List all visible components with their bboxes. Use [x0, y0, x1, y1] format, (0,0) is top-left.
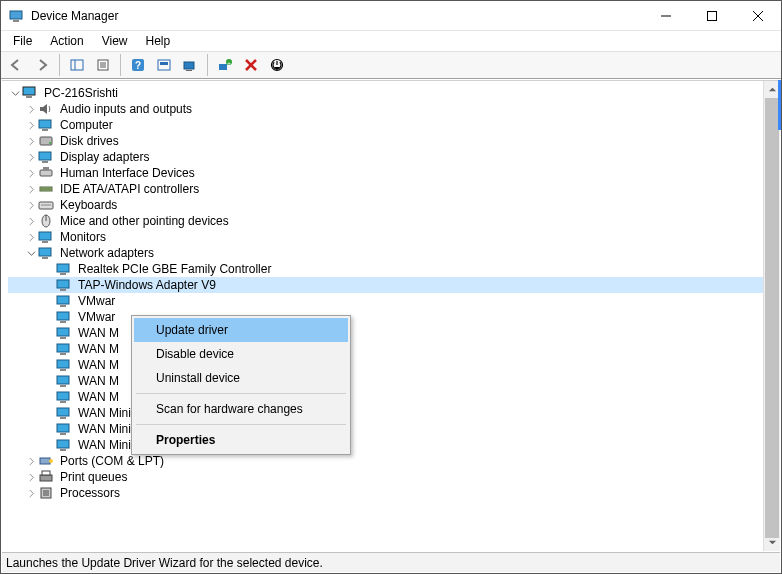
- close-button[interactable]: [735, 1, 781, 31]
- scroll-thumb[interactable]: [765, 98, 779, 538]
- svg-rect-73: [43, 490, 49, 496]
- svg-rect-25: [26, 96, 32, 98]
- context-properties[interactable]: Properties: [134, 428, 348, 452]
- tree-category-label: Mice and other pointing devices: [58, 214, 229, 228]
- menu-view[interactable]: View: [94, 32, 136, 50]
- context-item-label: Disable device: [156, 347, 234, 361]
- forward-button[interactable]: [31, 54, 53, 76]
- back-button[interactable]: [5, 54, 27, 76]
- tree-device[interactable]: WAN Miniport (PPTP): [8, 421, 780, 437]
- svg-rect-56: [57, 360, 69, 368]
- chevron-right-icon[interactable]: [24, 169, 38, 178]
- tree-category[interactable]: Monitors: [8, 229, 780, 245]
- tree-category[interactable]: Keyboards: [8, 197, 780, 213]
- svg-rect-71: [42, 471, 50, 475]
- chevron-right-icon[interactable]: [24, 201, 38, 210]
- svg-rect-64: [57, 424, 69, 432]
- chevron-right-icon[interactable]: [24, 185, 38, 194]
- svg-rect-32: [40, 170, 52, 176]
- network-adapter-icon: [56, 357, 72, 373]
- svg-rect-18: [219, 64, 227, 70]
- menu-help[interactable]: Help: [138, 32, 179, 50]
- tree-category-label: IDE ATA/ATAPI controllers: [58, 182, 199, 196]
- chevron-right-icon[interactable]: [24, 217, 38, 226]
- toolbar: ? +: [1, 51, 781, 79]
- context-scan-hardware[interactable]: Scan for hardware changes: [134, 397, 348, 421]
- tree-category[interactable]: Mice and other pointing devices: [8, 213, 780, 229]
- scroll-down-icon[interactable]: [764, 534, 780, 551]
- show-hide-tree-button[interactable]: [66, 54, 88, 76]
- add-legacy-button[interactable]: +: [214, 54, 236, 76]
- svg-rect-6: [71, 60, 83, 70]
- tree-device[interactable]: Realtek PCIe GBE Family Controller: [8, 261, 780, 277]
- menu-file[interactable]: File: [5, 32, 40, 50]
- tree-category[interactable]: IDE ATA/ATAPI controllers: [8, 181, 780, 197]
- chevron-right-icon[interactable]: [24, 121, 38, 130]
- tree-device[interactable]: WAN Miniport (SSTP): [8, 437, 780, 453]
- keyboard-icon: [38, 197, 54, 213]
- context-disable-device[interactable]: Disable device: [134, 342, 348, 366]
- svg-rect-41: [42, 241, 48, 243]
- window-title: Device Manager: [31, 9, 118, 23]
- minimize-button[interactable]: [643, 1, 689, 31]
- device-tree[interactable]: PC-216Srishti Audio inputs and outputsCo…: [2, 81, 780, 551]
- svg-rect-15: [160, 62, 168, 65]
- scan-hardware-button[interactable]: [179, 54, 201, 76]
- tree-category-label: Display adapters: [58, 150, 149, 164]
- svg-rect-54: [57, 344, 69, 352]
- chevron-right-icon[interactable]: [24, 105, 38, 114]
- chevron-right-icon[interactable]: [24, 457, 38, 466]
- chevron-down-icon[interactable]: [8, 89, 22, 98]
- properties-button[interactable]: [92, 54, 114, 76]
- maximize-button[interactable]: [689, 1, 735, 31]
- tree-category-label: Print queues: [58, 470, 127, 484]
- help-button[interactable]: ?: [127, 54, 149, 76]
- context-update-driver[interactable]: Update driver: [134, 318, 348, 342]
- tree-device[interactable]: WAN M: [8, 341, 780, 357]
- svg-rect-45: [60, 273, 66, 275]
- svg-rect-49: [60, 305, 66, 307]
- context-item-label: Scan for hardware changes: [156, 402, 303, 416]
- chevron-right-icon[interactable]: [24, 153, 38, 162]
- update-driver-button[interactable]: [153, 54, 175, 76]
- chevron-down-icon[interactable]: [24, 249, 38, 258]
- chevron-right-icon[interactable]: [24, 489, 38, 498]
- network-adapter-icon: [56, 261, 72, 277]
- tree-category[interactable]: Display adapters: [8, 149, 780, 165]
- tree-device[interactable]: WAN Miniport (PPPOE): [8, 405, 780, 421]
- tree-device[interactable]: WAN M: [8, 325, 780, 341]
- tree-root[interactable]: PC-216Srishti: [8, 85, 780, 101]
- tree-category[interactable]: Print queues: [8, 469, 780, 485]
- tree-category[interactable]: Audio inputs and outputs: [8, 101, 780, 117]
- network-adapter-icon: [56, 373, 72, 389]
- tree-category[interactable]: Computer: [8, 117, 780, 133]
- context-uninstall-device[interactable]: Uninstall device: [134, 366, 348, 390]
- tree-device[interactable]: VMwar: [8, 309, 780, 325]
- vertical-scrollbar[interactable]: [763, 81, 780, 551]
- monitor-icon: [38, 149, 54, 165]
- tree-category-label: Audio inputs and outputs: [58, 102, 192, 116]
- uninstall-button[interactable]: [240, 54, 262, 76]
- tree-device[interactable]: WAN M: [8, 389, 780, 405]
- tree-device[interactable]: WAN M: [8, 373, 780, 389]
- disable-button[interactable]: [266, 54, 288, 76]
- tree-device-label: WAN M: [76, 374, 119, 388]
- tree-device[interactable]: VMwar: [8, 293, 780, 309]
- chevron-right-icon[interactable]: [24, 233, 38, 242]
- tree-category[interactable]: Disk drives: [8, 133, 780, 149]
- chevron-right-icon[interactable]: [24, 473, 38, 482]
- svg-rect-31: [42, 161, 48, 163]
- tree-category[interactable]: Human Interface Devices: [8, 165, 780, 181]
- svg-rect-26: [39, 120, 51, 128]
- tree-device[interactable]: TAP-Windows Adapter V9: [8, 277, 780, 293]
- svg-rect-48: [57, 296, 69, 304]
- svg-rect-17: [186, 70, 192, 71]
- chevron-right-icon[interactable]: [24, 137, 38, 146]
- printer-icon: [38, 469, 54, 485]
- tree-category[interactable]: Processors: [8, 485, 780, 501]
- tree-category[interactable]: Ports (COM & LPT): [8, 453, 780, 469]
- tree-category-network[interactable]: Network adapters: [8, 245, 780, 261]
- menu-action[interactable]: Action: [42, 32, 91, 50]
- tree-device[interactable]: WAN M: [8, 357, 780, 373]
- svg-rect-55: [60, 353, 66, 355]
